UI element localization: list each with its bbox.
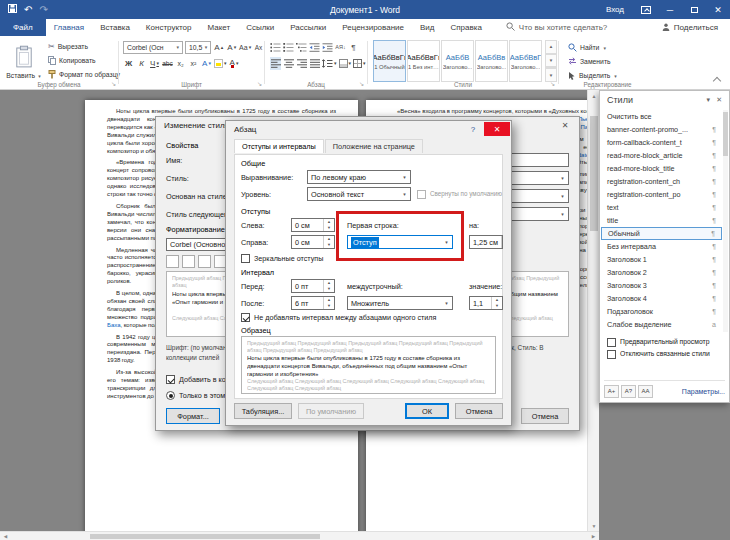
- justify-icon[interactable]: [309, 57, 320, 70]
- minimize-button[interactable]: ─: [658, 0, 682, 19]
- horizontal-scroll-thumb[interactable]: [90, 534, 320, 539]
- ms-align-right-button[interactable]: [198, 255, 211, 268]
- decrease-indent-icon[interactable]: [309, 41, 320, 54]
- style-item-read-more-block_title[interactable]: read-more-block_title¶: [601, 162, 722, 175]
- style-item-banner-content-promo_...[interactable]: banner-content-promo_...¶: [601, 123, 722, 136]
- sign-in-button[interactable]: Вход: [596, 5, 634, 14]
- gallery-up-icon[interactable]: ▲: [545, 40, 557, 54]
- ribbon-display-options-icon[interactable]: [634, 0, 658, 19]
- style-item-read-more-block_article[interactable]: read-more-block_article¶: [601, 149, 722, 162]
- tab-line-page-breaks[interactable]: Положение на странице: [325, 139, 423, 153]
- font-family-combo[interactable]: Corbel (Осн▾: [123, 41, 183, 54]
- style-item-Очистить все[interactable]: Очистить все: [601, 110, 722, 123]
- tabs-button[interactable]: Табуляция...: [234, 403, 292, 419]
- font-size-combo[interactable]: 10,5▾: [185, 41, 211, 54]
- clipboard-dialog-launcher-icon[interactable]: ↘: [111, 81, 116, 87]
- style-item-Без интервала[interactable]: Без интервала¶: [601, 240, 722, 253]
- style-card-Заголово...[interactable]: АаБбВвГЗаголово...: [509, 40, 542, 82]
- manage-styles-button[interactable]: АА: [638, 385, 653, 398]
- options-link[interactable]: Параметры...: [682, 388, 725, 395]
- style-item-registration-content_po[interactable]: registration-content_po¶: [601, 188, 722, 201]
- save-icon[interactable]: [8, 4, 17, 15]
- ms-align-left-button[interactable]: [166, 255, 179, 268]
- borders-icon[interactable]: ▾: [353, 57, 366, 70]
- style-card-Заголово...[interactable]: АаБбВЗаголово...: [441, 40, 474, 82]
- style-item-title[interactable]: title¶: [601, 214, 722, 227]
- bullets-icon[interactable]: [270, 41, 281, 54]
- scroll-right-icon[interactable]: ▶: [588, 532, 599, 540]
- find-button[interactable]: Найти▾: [566, 41, 619, 54]
- set-as-default-button[interactable]: По умолчанию: [298, 403, 364, 419]
- spin-down-icon[interactable]: ▼: [492, 303, 502, 309]
- alignment-combo[interactable]: По левому краю▾: [307, 170, 411, 184]
- style-card-1 Обычный[interactable]: АаБбВвГг1 Обычный: [373, 40, 406, 82]
- grow-font-button[interactable]: А▴: [213, 41, 224, 54]
- style-item-Слабое выделение[interactable]: Слабое выделениеa: [601, 318, 722, 331]
- tab-file[interactable]: Файл: [0, 19, 46, 36]
- cut-button[interactable]: ✂Вырезать: [46, 40, 122, 53]
- ribbon-tab-Ссылки[interactable]: Ссылки: [238, 19, 282, 36]
- ribbon-tab-Вид[interactable]: Вид: [412, 19, 442, 36]
- collapsed-by-default-checkbox[interactable]: Свернуты по умолчанию: [417, 190, 502, 199]
- scroll-left-icon[interactable]: ◀: [0, 532, 11, 540]
- pane-scrollbar[interactable]: [723, 110, 728, 332]
- sort-button[interactable]: АЯ↓: [335, 41, 346, 54]
- clear-formatting-button[interactable]: Аx: [253, 41, 264, 54]
- tab-indents-spacing[interactable]: Отступы и интервалы: [234, 139, 324, 153]
- pilcrow-button[interactable]: ¶: [348, 41, 359, 54]
- line-spacing-icon[interactable]: ▾: [322, 57, 337, 70]
- gallery-down-icon[interactable]: ▼: [545, 54, 557, 68]
- tell-me-search[interactable]: Что вы хотите сделать?: [490, 19, 607, 36]
- superscript-button[interactable]: x²: [188, 57, 199, 70]
- modify-style-close-icon[interactable]: ✕: [552, 118, 578, 132]
- spacing-after-spinner[interactable]: 6 пт▲▼: [291, 296, 335, 310]
- style-item-Заголовок 2[interactable]: Заголовок 2¶: [601, 266, 722, 279]
- ms-align-center-button[interactable]: [182, 255, 195, 268]
- ribbon-tab-Конструктор[interactable]: Конструктор: [138, 19, 200, 36]
- preview-checkbox[interactable]: Предварительный просмотр: [607, 338, 710, 347]
- indent-right-spinner[interactable]: 0 см▲▼: [291, 235, 335, 249]
- special-indent-combo[interactable]: Отступ▾: [347, 235, 453, 249]
- pane-menu-icon[interactable]: ▾: [707, 96, 711, 104]
- bold-button[interactable]: Ж: [123, 57, 134, 70]
- numbering-icon[interactable]: [283, 41, 294, 54]
- style-card-Заголово...[interactable]: АаБбВвЗаголово...: [475, 40, 508, 82]
- styles-dialog-launcher-icon[interactable]: ↘: [550, 81, 555, 87]
- ms-cancel-button[interactable]: Отмена: [521, 408, 569, 424]
- indent-left-spinner[interactable]: 0 см▲▼: [291, 218, 335, 232]
- paste-button[interactable]: Вставить▾: [5, 39, 42, 85]
- spacing-before-spinner[interactable]: 0 пт▲▼: [291, 279, 335, 293]
- increase-indent-icon[interactable]: [322, 41, 333, 54]
- close-button[interactable]: ✕: [706, 0, 730, 19]
- ribbon-tab-Макет[interactable]: Макет: [199, 19, 238, 36]
- spin-down-icon[interactable]: ▼: [324, 303, 334, 309]
- style-item-Обычный[interactable]: Обычный¶: [601, 227, 722, 240]
- ribbon-tab-Справка[interactable]: Справка: [442, 19, 489, 36]
- paragraph-dialog-close-icon[interactable]: ✕: [484, 122, 510, 136]
- vertical-scroll-thumb[interactable]: [590, 116, 598, 231]
- align-center-icon[interactable]: [283, 57, 294, 70]
- gallery-more-icon[interactable]: ▼: [545, 67, 557, 82]
- subscript-button[interactable]: x₂: [175, 57, 186, 70]
- strikethrough-button[interactable]: abc: [162, 57, 173, 70]
- mirror-indents-checkbox[interactable]: Зеркальные отступы: [241, 254, 323, 263]
- spin-down-icon[interactable]: ▼: [324, 286, 334, 292]
- style-item-registration-content_ch[interactable]: registration-content_ch¶: [601, 175, 722, 188]
- restore-button[interactable]: [682, 0, 706, 19]
- pane-scroll-thumb[interactable]: [723, 112, 728, 156]
- shrink-font-button[interactable]: А▾: [226, 41, 237, 54]
- ribbon-tab-Рецензирование[interactable]: Рецензирование: [334, 19, 412, 36]
- ribbon-tab-Вставка[interactable]: Вставка: [92, 19, 138, 36]
- style-item-Заголовок 3[interactable]: Заголовок 3¶: [601, 279, 722, 292]
- collapse-ribbon-icon[interactable]: [713, 77, 721, 85]
- spin-down-icon[interactable]: ▼: [324, 225, 334, 231]
- cancel-button[interactable]: Отмена: [455, 403, 503, 419]
- line-spacing-combo[interactable]: Множитель▾: [347, 296, 453, 310]
- style-card-1 Без инте...[interactable]: АаБбВвГг1 Без инте...: [407, 40, 440, 82]
- italic-button[interactable]: К: [136, 57, 147, 70]
- spin-up-icon[interactable]: ▲: [502, 236, 503, 242]
- disable-linked-checkbox[interactable]: Отключить связанные стили: [607, 350, 710, 359]
- redo-icon[interactable]: ↷: [39, 5, 47, 15]
- share-button[interactable]: Поделиться: [662, 19, 730, 36]
- style-item-Заголовок 4[interactable]: Заголовок 4¶: [601, 292, 722, 305]
